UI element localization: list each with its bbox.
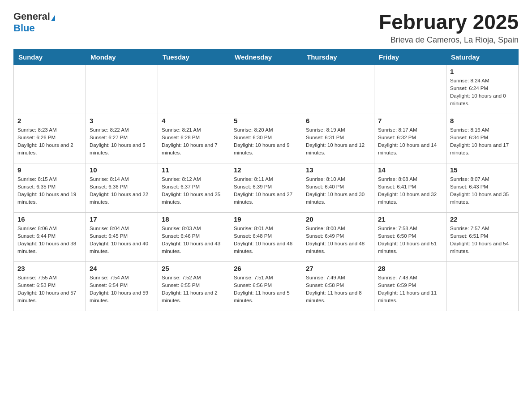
calendar-week-1: 1Sunrise: 8:24 AMSunset: 6:24 PMDaylight… bbox=[14, 64, 519, 114]
day-info: Sunrise: 8:01 AMSunset: 6:48 PMDaylight:… bbox=[234, 225, 298, 256]
calendar-cell bbox=[230, 64, 302, 114]
header-tuesday: Tuesday bbox=[158, 49, 230, 64]
calendar-cell: 14Sunrise: 8:08 AMSunset: 6:41 PMDayligh… bbox=[374, 163, 446, 212]
calendar-cell: 3Sunrise: 8:22 AMSunset: 6:27 PMDaylight… bbox=[86, 114, 158, 163]
day-info: Sunrise: 7:48 AMSunset: 6:59 PMDaylight:… bbox=[378, 274, 442, 305]
calendar-cell: 9Sunrise: 8:15 AMSunset: 6:35 PMDaylight… bbox=[14, 163, 86, 212]
calendar-week-5: 23Sunrise: 7:55 AMSunset: 6:53 PMDayligh… bbox=[14, 261, 519, 311]
day-info: Sunrise: 8:14 AMSunset: 6:36 PMDaylight:… bbox=[90, 176, 154, 206]
calendar-cell: 15Sunrise: 8:07 AMSunset: 6:43 PMDayligh… bbox=[446, 163, 519, 212]
day-number: 9 bbox=[17, 166, 82, 174]
day-info: Sunrise: 7:57 AMSunset: 6:51 PMDaylight:… bbox=[450, 225, 515, 256]
calendar-cell: 20Sunrise: 8:00 AMSunset: 6:49 PMDayligh… bbox=[302, 212, 374, 261]
calendar-cell: 18Sunrise: 8:03 AMSunset: 6:46 PMDayligh… bbox=[158, 212, 230, 261]
day-info: Sunrise: 7:55 AMSunset: 6:53 PMDaylight:… bbox=[17, 274, 82, 305]
calendar-cell bbox=[86, 64, 158, 114]
day-info: Sunrise: 8:21 AMSunset: 6:28 PMDaylight:… bbox=[162, 126, 226, 157]
calendar-cell: 24Sunrise: 7:54 AMSunset: 6:54 PMDayligh… bbox=[86, 261, 158, 311]
day-number: 14 bbox=[378, 166, 442, 174]
calendar-cell bbox=[446, 261, 519, 311]
day-number: 2 bbox=[17, 117, 82, 124]
calendar-cell: 4Sunrise: 8:21 AMSunset: 6:28 PMDaylight… bbox=[158, 114, 230, 163]
location: Brieva de Cameros, La Rioja, Spain bbox=[379, 35, 519, 45]
day-info: Sunrise: 8:06 AMSunset: 6:44 PMDaylight:… bbox=[17, 225, 82, 256]
logo-general: General bbox=[13, 11, 50, 22]
day-number: 1 bbox=[450, 68, 515, 75]
day-info: Sunrise: 8:00 AMSunset: 6:49 PMDaylight:… bbox=[306, 225, 370, 256]
day-info: Sunrise: 8:24 AMSunset: 6:24 PMDaylight:… bbox=[450, 77, 515, 108]
header-monday: Monday bbox=[86, 49, 158, 64]
day-number: 4 bbox=[162, 117, 226, 124]
logo: General Blue bbox=[13, 11, 55, 34]
day-number: 27 bbox=[306, 265, 370, 272]
calendar-cell bbox=[302, 64, 374, 114]
calendar-table: Sunday Monday Tuesday Wednesday Thursday… bbox=[13, 49, 519, 311]
calendar-cell: 27Sunrise: 7:49 AMSunset: 6:58 PMDayligh… bbox=[302, 261, 374, 311]
calendar-header: Sunday Monday Tuesday Wednesday Thursday… bbox=[14, 49, 519, 64]
calendar-cell bbox=[374, 64, 446, 114]
day-number: 13 bbox=[306, 166, 370, 174]
day-number: 17 bbox=[90, 215, 154, 223]
day-info: Sunrise: 8:15 AMSunset: 6:35 PMDaylight:… bbox=[17, 176, 82, 206]
day-info: Sunrise: 7:51 AMSunset: 6:56 PMDaylight:… bbox=[234, 274, 298, 305]
calendar-week-2: 2Sunrise: 8:23 AMSunset: 6:26 PMDaylight… bbox=[14, 114, 519, 163]
calendar-cell: 28Sunrise: 7:48 AMSunset: 6:59 PMDayligh… bbox=[374, 261, 446, 311]
day-info: Sunrise: 8:17 AMSunset: 6:32 PMDaylight:… bbox=[378, 126, 442, 157]
calendar-cell: 23Sunrise: 7:55 AMSunset: 6:53 PMDayligh… bbox=[14, 261, 86, 311]
day-number: 5 bbox=[234, 117, 298, 124]
day-info: Sunrise: 8:23 AMSunset: 6:26 PMDaylight:… bbox=[17, 126, 82, 157]
header-sunday: Sunday bbox=[14, 49, 86, 64]
day-info: Sunrise: 8:03 AMSunset: 6:46 PMDaylight:… bbox=[162, 225, 226, 256]
calendar-body: 1Sunrise: 8:24 AMSunset: 6:24 PMDaylight… bbox=[14, 64, 519, 311]
calendar-cell: 1Sunrise: 8:24 AMSunset: 6:24 PMDaylight… bbox=[446, 64, 519, 114]
calendar-week-3: 9Sunrise: 8:15 AMSunset: 6:35 PMDaylight… bbox=[14, 163, 519, 212]
calendar-cell: 8Sunrise: 8:16 AMSunset: 6:34 PMDaylight… bbox=[446, 114, 519, 163]
day-info: Sunrise: 7:52 AMSunset: 6:55 PMDaylight:… bbox=[162, 274, 226, 305]
day-info: Sunrise: 8:10 AMSunset: 6:40 PMDaylight:… bbox=[306, 176, 370, 206]
day-info: Sunrise: 8:11 AMSunset: 6:39 PMDaylight:… bbox=[234, 176, 298, 206]
header-wednesday: Wednesday bbox=[230, 49, 302, 64]
logo-text: General bbox=[13, 11, 55, 22]
calendar-cell bbox=[158, 64, 230, 114]
calendar-week-4: 16Sunrise: 8:06 AMSunset: 6:44 PMDayligh… bbox=[14, 212, 519, 261]
day-info: Sunrise: 7:54 AMSunset: 6:54 PMDaylight:… bbox=[90, 274, 154, 305]
day-info: Sunrise: 8:22 AMSunset: 6:27 PMDaylight:… bbox=[90, 126, 154, 157]
calendar-cell: 25Sunrise: 7:52 AMSunset: 6:55 PMDayligh… bbox=[158, 261, 230, 311]
calendar-cell: 16Sunrise: 8:06 AMSunset: 6:44 PMDayligh… bbox=[14, 212, 86, 261]
calendar-cell: 22Sunrise: 7:57 AMSunset: 6:51 PMDayligh… bbox=[446, 212, 519, 261]
day-info: Sunrise: 7:58 AMSunset: 6:50 PMDaylight:… bbox=[378, 225, 442, 256]
day-number: 7 bbox=[378, 117, 442, 124]
day-number: 21 bbox=[378, 215, 442, 223]
header-saturday: Saturday bbox=[446, 49, 519, 64]
calendar-cell: 2Sunrise: 8:23 AMSunset: 6:26 PMDaylight… bbox=[14, 114, 86, 163]
calendar-cell bbox=[14, 64, 86, 114]
day-number: 8 bbox=[450, 117, 515, 124]
header-thursday: Thursday bbox=[302, 49, 374, 64]
header-right: February 2025 Brieva de Cameros, La Rioj… bbox=[379, 11, 519, 45]
day-number: 20 bbox=[306, 215, 370, 223]
day-info: Sunrise: 8:12 AMSunset: 6:37 PMDaylight:… bbox=[162, 176, 226, 206]
day-number: 6 bbox=[306, 117, 370, 124]
day-number: 10 bbox=[90, 166, 154, 174]
calendar-cell: 10Sunrise: 8:14 AMSunset: 6:36 PMDayligh… bbox=[86, 163, 158, 212]
calendar-cell: 13Sunrise: 8:10 AMSunset: 6:40 PMDayligh… bbox=[302, 163, 374, 212]
day-info: Sunrise: 8:08 AMSunset: 6:41 PMDaylight:… bbox=[378, 176, 442, 206]
weekday-header-row: Sunday Monday Tuesday Wednesday Thursday… bbox=[14, 49, 519, 64]
calendar-cell: 5Sunrise: 8:20 AMSunset: 6:30 PMDaylight… bbox=[230, 114, 302, 163]
day-info: Sunrise: 7:49 AMSunset: 6:58 PMDaylight:… bbox=[306, 274, 370, 305]
day-info: Sunrise: 8:16 AMSunset: 6:34 PMDaylight:… bbox=[450, 126, 515, 157]
day-number: 22 bbox=[450, 215, 515, 223]
day-number: 15 bbox=[450, 166, 515, 174]
day-number: 24 bbox=[90, 265, 154, 272]
calendar-cell: 7Sunrise: 8:17 AMSunset: 6:32 PMDaylight… bbox=[374, 114, 446, 163]
day-number: 11 bbox=[162, 166, 226, 174]
day-number: 25 bbox=[162, 265, 226, 272]
day-number: 19 bbox=[234, 215, 298, 223]
day-number: 12 bbox=[234, 166, 298, 174]
calendar-cell: 12Sunrise: 8:11 AMSunset: 6:39 PMDayligh… bbox=[230, 163, 302, 212]
day-number: 23 bbox=[17, 265, 82, 272]
calendar-cell: 19Sunrise: 8:01 AMSunset: 6:48 PMDayligh… bbox=[230, 212, 302, 261]
day-number: 28 bbox=[378, 265, 442, 272]
day-info: Sunrise: 8:07 AMSunset: 6:43 PMDaylight:… bbox=[450, 176, 515, 206]
day-number: 16 bbox=[17, 215, 82, 223]
